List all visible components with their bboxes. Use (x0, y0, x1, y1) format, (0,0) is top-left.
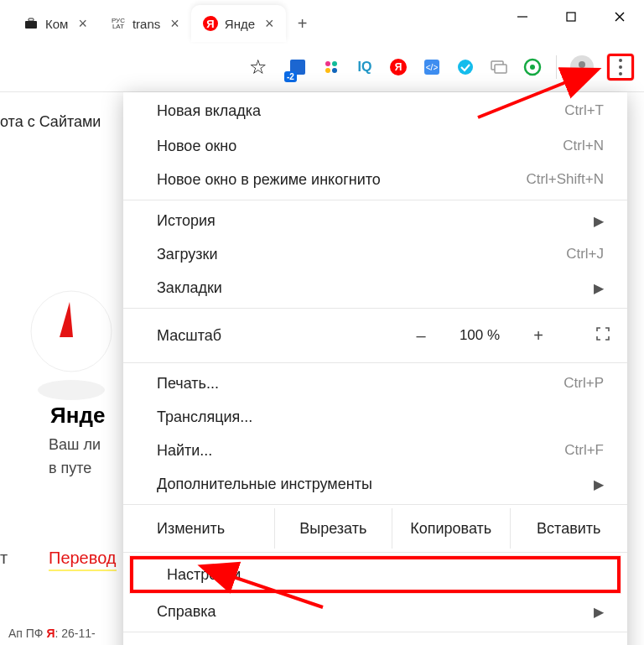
menu-item-incognito[interactable]: Новое окно в режиме инкогнито Ctrl+Shift… (123, 163, 627, 196)
close-icon[interactable]: × (170, 15, 179, 33)
menu-item-exit[interactable]: Выход Ctrl+Shift+Q (123, 636, 627, 645)
avatar-icon[interactable] (570, 55, 594, 79)
window-controls (498, 0, 644, 34)
svg-rect-1 (567, 13, 575, 21)
yandex-logo (29, 285, 113, 369)
bookmark-star-icon[interactable]: ☆ (249, 55, 267, 79)
briefcase-icon (23, 16, 39, 31)
menu-item-more-tools[interactable]: Дополнительные инструменты ▶ (123, 467, 627, 501)
menu-item-help[interactable]: Справка ▶ (123, 595, 627, 628)
menu-shortcut: Ctrl+P (564, 375, 604, 392)
menu-shortcut: Ctrl+F (564, 442, 604, 459)
cut-button[interactable]: Вырезать (275, 508, 393, 549)
svg-rect-15 (495, 65, 506, 73)
menu-item-edit-row: Изменить Вырезать Копировать Вставить (123, 508, 627, 549)
chevron-right-icon: ▶ (594, 604, 604, 620)
yandex-title: Янде (50, 403, 105, 429)
menu-separator (123, 362, 627, 363)
menu-separator (123, 504, 627, 505)
menu-shortcut: Ctrl+J (566, 246, 604, 263)
close-icon[interactable]: × (78, 15, 87, 33)
menu-label: История (157, 212, 216, 230)
chevron-right-icon: ▶ (594, 476, 604, 492)
toolbar: ☆ -2 IQ Я </> (0, 42, 644, 92)
menu-item-history[interactable]: История ▶ (123, 204, 627, 237)
zoom-out-button[interactable]: – (413, 326, 429, 346)
menu-label: Справка (157, 603, 216, 621)
menu-shortcut: Ctrl+T (564, 102, 604, 119)
menu-item-new-window[interactable]: Новое окно Ctrl+N (123, 129, 627, 163)
svg-rect-4 (25, 21, 37, 29)
ap-brand: Я (46, 627, 55, 640)
tab-2-title: trans (132, 17, 160, 31)
menu-separator (123, 308, 627, 309)
svg-point-7 (325, 61, 330, 66)
menu-item-cast[interactable]: Трансляция... (123, 400, 627, 434)
zoom-label: Масштаб (157, 327, 413, 345)
extension-colors-icon[interactable] (321, 57, 341, 77)
menu-label: Настройки (167, 566, 241, 584)
yandex-subtitle-2: в путе (49, 460, 91, 477)
menu-item-new-tab[interactable]: Новая вкладка Ctrl+T (123, 92, 627, 129)
yandex-subtitle-1: Ваш ли (49, 436, 101, 454)
extension-screens-icon[interactable] (489, 57, 509, 77)
menu-item-settings[interactable]: Настройки (130, 556, 621, 593)
tab-1-title: Ком (45, 17, 68, 31)
svg-point-17 (530, 65, 535, 70)
close-icon[interactable]: × (265, 15, 274, 33)
extension-code-icon[interactable]: </> (422, 57, 442, 77)
tab-strip: Ком × РУСLAT trans × Я Янде × + (0, 5, 470, 42)
close-window-button[interactable] (595, 0, 644, 34)
tab-1[interactable]: Ком × (12, 5, 99, 42)
ap-prefix: Ап ПФ (8, 627, 46, 640)
menu-label: Закладки (157, 279, 222, 297)
extension-yandex-icon[interactable]: Я (388, 57, 408, 77)
page-link-sites[interactable]: ота с Сайтами (0, 113, 101, 131)
edit-label: Изменить (123, 508, 275, 549)
menu-item-zoom: Масштаб – 100 % + (123, 312, 627, 359)
page-text-t: т (0, 549, 8, 568)
ap-rest: : 26-11- (55, 627, 95, 640)
chevron-right-icon: ▶ (594, 213, 604, 229)
extension-badge-icon[interactable]: -2 (288, 57, 308, 77)
extension-iq-icon[interactable]: IQ (355, 57, 375, 77)
paste-button[interactable]: Вставить (511, 508, 628, 549)
menu-label: Новое окно (157, 138, 236, 155)
menu-item-print[interactable]: Печать... Ctrl+P (123, 367, 627, 400)
extension-record-icon[interactable] (522, 57, 543, 77)
svg-rect-5 (29, 18, 34, 21)
extension-check-icon[interactable] (455, 57, 475, 77)
svg-point-18 (579, 61, 585, 68)
zoom-in-button[interactable]: + (530, 326, 547, 346)
menu-item-bookmarks[interactable]: Закладки ▶ (123, 271, 627, 304)
svg-point-8 (332, 61, 337, 66)
maximize-button[interactable] (547, 0, 595, 34)
menu-shortcut: Ctrl+N (563, 138, 604, 154)
menu-label: Загрузки (157, 246, 217, 263)
main-menu-button[interactable] (607, 54, 634, 81)
ap-text: Ап ПФ Я: 26-11- (8, 627, 96, 640)
fullscreen-icon[interactable] (595, 326, 610, 346)
menu-label: Печать... (157, 375, 219, 393)
menu-item-find[interactable]: Найти... Ctrl+F (123, 434, 627, 467)
menu-separator (123, 632, 627, 632)
copy-button[interactable]: Копировать (392, 508, 511, 549)
menu-label: Трансляция... (157, 408, 252, 426)
menu-label: Дополнительные инструменты (157, 476, 372, 493)
new-tab-button[interactable]: + (286, 7, 319, 40)
minimize-button[interactable] (498, 0, 547, 34)
menu-separator (123, 552, 627, 553)
menu-label: Найти... (157, 442, 212, 460)
toolbar-divider (556, 55, 557, 79)
svg-point-9 (325, 68, 330, 73)
menu-item-downloads[interactable]: Загрузки Ctrl+J (123, 237, 627, 271)
tab-3[interactable]: Я Янде × (191, 5, 286, 42)
menu-label: Новое окно в режиме инкогнито (157, 171, 381, 189)
main-menu-dropdown: Новая вкладка Ctrl+T Новое окно Ctrl+N Н… (123, 92, 627, 645)
tab-3-title: Янде (225, 17, 255, 31)
translate-link[interactable]: Перевод (49, 549, 117, 571)
menu-label: Новая вкладка (157, 102, 261, 120)
zoom-value: 100 % (454, 327, 505, 344)
menu-shortcut: Ctrl+Shift+N (526, 171, 604, 188)
tab-2[interactable]: РУСLAT trans × (99, 5, 191, 42)
